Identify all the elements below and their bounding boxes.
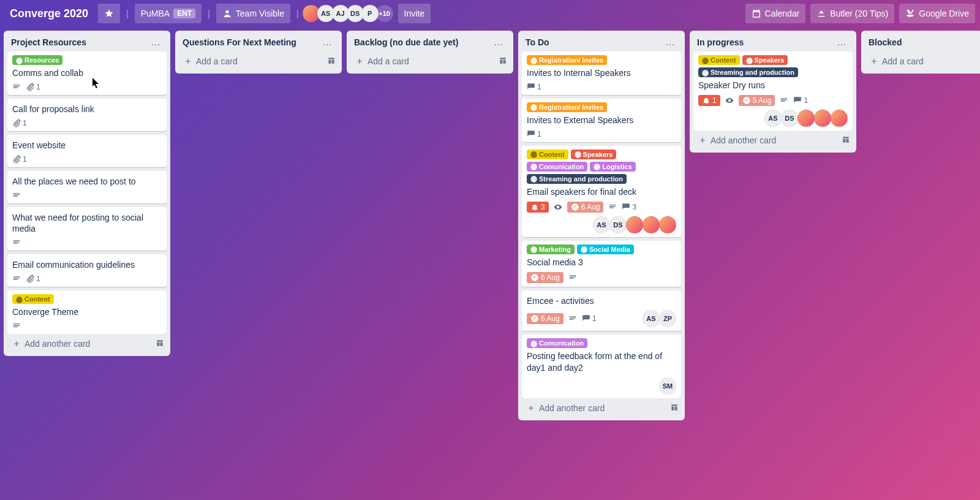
card[interactable]: Call for proposals link1 [7,99,167,131]
card-label[interactable]: ⬤Comunication [527,338,587,348]
team-button[interactable]: PuMBA ENT [135,4,202,23]
add-card-button[interactable]: Add another card [522,400,668,417]
card-label[interactable]: ⬤Content [527,150,568,159]
list-title[interactable]: To Do [526,37,663,47]
avatar[interactable] [626,216,643,233]
avatar[interactable] [814,110,831,127]
attachment-badge: 1 [12,155,27,164]
attachment-badge: 1 [26,275,40,283]
card[interactable]: ⬤Content⬤Speakers⬤Comunication⬤Logistics… [522,146,681,237]
card-label[interactable]: ⬤Logistics [590,162,635,172]
add-card-button[interactable]: Add a card [179,53,325,70]
avatar-more[interactable]: +10 [376,5,393,22]
card-label[interactable]: ⬤Comunication [527,162,587,172]
description-icon [568,273,577,282]
card[interactable]: ⬤Registration/ InvitesInvites to Interna… [522,51,681,95]
avatar[interactable]: AS [764,110,782,127]
card[interactable]: Email communication guidelines1 [7,254,167,287]
description-icon [12,275,21,283]
list-menu-button[interactable]: … [491,37,506,48]
comments-badge: 1 [527,130,541,138]
card-members: ASDS [767,110,848,127]
card[interactable]: ⬤Marketing⬤Social MediaSocial media 36 A… [522,241,681,287]
board-header: Converge 2020 | PuMBA ENT | Team Visible… [0,0,980,27]
butler-button[interactable]: Butler (20 Tips) [810,4,894,23]
board-canvas: Project Resources…⬤ResourcesComms and co… [0,27,980,424]
comments-badge: 1 [582,314,597,323]
list-menu-button[interactable]: … [663,37,677,48]
card-title: Email communication guidelines [12,259,162,271]
card-members: ASDS [595,216,676,233]
card-template-icon[interactable] [668,401,681,414]
card[interactable]: ⬤Registration/ InvitesInvites to Externa… [522,99,681,142]
star-button[interactable] [98,4,120,23]
avatar[interactable]: AS [593,216,610,233]
list-title[interactable]: In progress [697,37,834,47]
card-title: Email speakers for final deck [527,186,676,198]
card-template-icon[interactable] [325,54,338,67]
card-label[interactable]: ⬤Resources [12,55,62,65]
drive-icon [905,9,915,18]
card[interactable]: All the places we need to post to [7,171,167,203]
card-template-icon[interactable] [496,54,510,67]
list: Project Resources…⬤ResourcesComms and co… [4,31,170,356]
comments-badge: 1 [793,96,808,105]
card[interactable]: ⬤ContentConverge Theme [7,290,167,334]
star-icon [104,9,114,18]
avatar[interactable]: SM [659,377,676,395]
card-label[interactable]: ⬤Marketing [527,244,575,254]
card-label[interactable]: ⬤Speakers [571,150,617,159]
avatar[interactable]: DS [781,110,798,127]
card-label[interactable]: ⬤Registration/ Invites [527,55,607,65]
card[interactable]: ⬤ResourcesComms and collab1 [7,51,167,95]
due-badge: 6 Aug [567,202,604,213]
card-label[interactable]: ⬤Content [12,294,54,304]
card[interactable]: Event website1 [7,135,167,167]
avatar[interactable] [831,110,848,127]
board-title[interactable]: Converge 2020 [5,7,93,20]
card-label[interactable]: ⬤Social Media [577,244,634,254]
list-menu-button[interactable]: … [320,37,334,48]
list-title[interactable]: Questions For Next Meeting [183,37,320,47]
card-label[interactable]: ⬤Streaming and production [698,67,798,77]
avatar[interactable]: AS [643,310,660,327]
avatar[interactable]: ZP [659,310,676,327]
google-drive-button[interactable]: Google Drive [899,4,975,23]
list-title[interactable]: Project Resources [11,37,148,47]
avatar[interactable]: DS [609,216,627,233]
board-members[interactable]: AS AJ DS P +10 [305,5,393,22]
card[interactable]: Emcee - activities6 Aug1ASZP [522,290,681,331]
calendar-icon [752,9,761,18]
card-label[interactable]: ⬤Registration/ Invites [527,102,607,112]
add-card-button[interactable]: Add another card [693,132,839,149]
visibility-button[interactable]: Team Visible [216,4,290,23]
card-label[interactable]: ⬤Content [698,55,740,65]
description-icon [12,322,21,330]
list-menu-button[interactable]: … [148,37,163,48]
card-template-icon[interactable] [153,336,167,350]
team-badge: ENT [173,9,195,18]
list-menu-button[interactable]: … [834,37,849,48]
add-card-button[interactable]: Add a card [865,53,980,70]
card-template-icon[interactable] [839,133,853,146]
avatar[interactable] [643,216,660,233]
card[interactable]: ⬤ComunicationPosting feedback form at th… [522,335,681,398]
avatar[interactable] [659,216,676,233]
card[interactable]: ⬤Content⬤Speakers⬤Streaming and producti… [693,51,853,131]
card[interactable]: What we need for posting to social media [7,207,167,251]
card-label[interactable]: ⬤Streaming and production [527,174,627,184]
avatar[interactable] [797,110,815,127]
calendar-button[interactable]: Calendar [745,4,806,23]
list-title[interactable]: Backlog (no due date yet) [354,37,491,47]
list-title[interactable]: Blocked [869,37,980,47]
list: Questions For Next Meeting…Add a card [175,31,342,74]
add-card-button[interactable]: Add a card [350,53,496,70]
add-card-button[interactable]: Add another card [7,335,153,352]
card-label[interactable]: ⬤Speakers [742,55,788,65]
comments-badge: 3 [622,203,636,211]
watch-icon [725,96,734,105]
description-icon [12,238,21,247]
invite-button[interactable]: Invite [398,4,431,23]
card-title: What we need for posting to social media [12,212,162,235]
card-title: Call for proposals link [12,104,162,115]
